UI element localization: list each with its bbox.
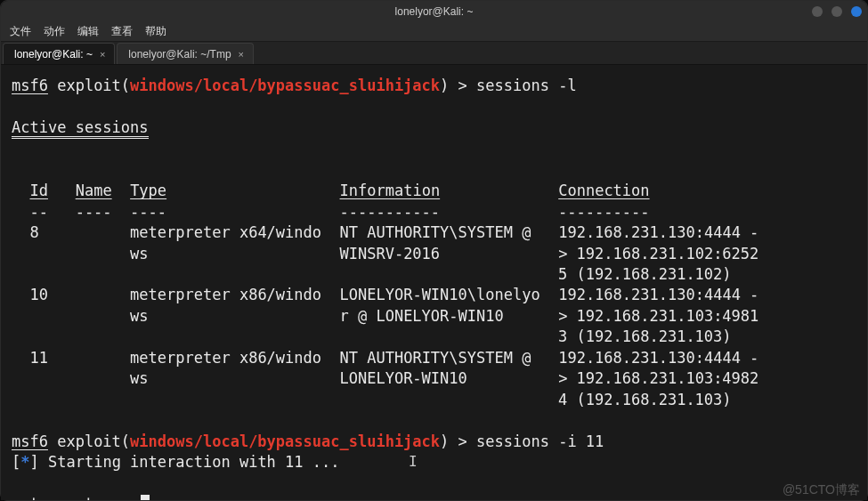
status-open: [: [12, 453, 20, 471]
cmd-text: sessions -i 11: [476, 432, 604, 450]
menu-help[interactable]: 帮助: [145, 24, 166, 39]
menubar: 文件 动作 编辑 查看 帮助: [1, 22, 867, 42]
minimize-icon[interactable]: [812, 6, 823, 17]
terminal-output[interactable]: msf6 exploit(windows/local/bypassuac_slu…: [1, 65, 867, 500]
col-type: Type: [130, 182, 166, 199]
status-star: *: [20, 453, 29, 471]
tab-terminal-1[interactable]: lonelyor@Kali: ~ ×: [3, 43, 115, 64]
row-conn: 192.168.231.130:4444 -: [558, 286, 758, 303]
col-conn: Connection: [558, 182, 649, 199]
status-close: ]: [30, 453, 39, 471]
meterpreter-gt: >: [112, 495, 140, 500]
col-info: Information: [340, 182, 441, 199]
cmd-text: sessions -l: [476, 77, 577, 94]
row-type-b: ws: [130, 369, 148, 387]
row-conn-b: > 192.168.231.103:4981: [558, 307, 758, 325]
prompt-close: ) >: [440, 77, 476, 94]
menu-file[interactable]: 文件: [10, 24, 31, 39]
menu-view[interactable]: 查看: [111, 24, 133, 39]
row-conn: 192.168.231.130:4444 -: [558, 223, 758, 241]
row-conn-c: 4 (192.168.231.103): [558, 391, 731, 408]
menu-actions[interactable]: 动作: [44, 24, 65, 39]
tab-close-icon[interactable]: ×: [100, 49, 105, 60]
msf-prompt: msf6: [12, 432, 48, 450]
row-id: 11: [29, 349, 47, 367]
exploit-label: exploit(: [48, 77, 130, 94]
meterpreter-prompt: meterpreter: [12, 495, 112, 500]
tab-label: lonelyor@Kali: ~: [14, 48, 93, 61]
module-path: windows/local/bypassuac_sluihijack: [130, 77, 440, 94]
row-type: meterpreter x86/windo: [130, 349, 321, 367]
col-name: Name: [76, 182, 112, 199]
close-icon[interactable]: [851, 6, 862, 17]
menu-edit[interactable]: 编辑: [77, 24, 99, 39]
row-info-b: LONELYOR-WIN10: [339, 369, 466, 387]
row-type-b: ws: [130, 245, 148, 263]
terminal-window: lonelyor@Kali: ~ 文件 动作 编辑 查看 帮助 lonelyor…: [0, 0, 868, 501]
tab-label: lonelyor@Kali: ~/Tmp: [128, 48, 231, 61]
row-conn-c: 5 (192.168.231.102): [558, 265, 731, 283]
prompt-close: ) >: [440, 432, 476, 450]
status-text: Starting interaction with 11 ...: [39, 453, 340, 471]
window-title: lonelyor@Kali: ~: [395, 5, 474, 18]
row-conn-c: 3 (192.168.231.103): [558, 327, 731, 345]
sessions-header: Active sessions: [12, 118, 149, 139]
text-cursor-icon: I: [409, 452, 418, 472]
module-path: windows/local/bypassuac_sluihijack: [130, 432, 440, 450]
row-id: 8: [29, 223, 38, 241]
tabbar: lonelyor@Kali: ~ × lonelyor@Kali: ~/Tmp …: [1, 42, 867, 65]
row-conn-b: > 192.168.231.102:6252: [558, 245, 758, 263]
col-id: Id: [29, 182, 47, 199]
window-buttons: [812, 1, 862, 22]
row-id: 10: [29, 286, 47, 303]
row-info: NT AUTHORITY\SYSTEM @: [340, 349, 531, 367]
exploit-label: exploit(: [48, 432, 130, 450]
cursor-icon: [141, 495, 150, 500]
row-conn-b: > 192.168.231.103:4982: [558, 369, 758, 387]
row-type: meterpreter x86/windo: [130, 286, 321, 303]
row-info-b: r @ LONELYOR-WIN10: [339, 307, 503, 325]
row-type: meterpreter x64/windo: [130, 223, 321, 241]
maximize-icon[interactable]: [831, 6, 842, 17]
row-conn: 192.168.231.130:4444 -: [558, 349, 758, 367]
row-info-b: WINSRV-2016: [339, 245, 440, 263]
msf-prompt: msf6: [12, 77, 48, 94]
row-info: LONELYOR-WIN10\lonelyo: [340, 286, 540, 303]
row-type-b: ws: [130, 307, 148, 325]
tab-terminal-2[interactable]: lonelyor@Kali: ~/Tmp ×: [117, 43, 254, 64]
titlebar[interactable]: lonelyor@Kali: ~: [1, 1, 867, 22]
tab-close-icon[interactable]: ×: [239, 49, 244, 60]
row-info: NT AUTHORITY\SYSTEM @: [340, 223, 531, 241]
